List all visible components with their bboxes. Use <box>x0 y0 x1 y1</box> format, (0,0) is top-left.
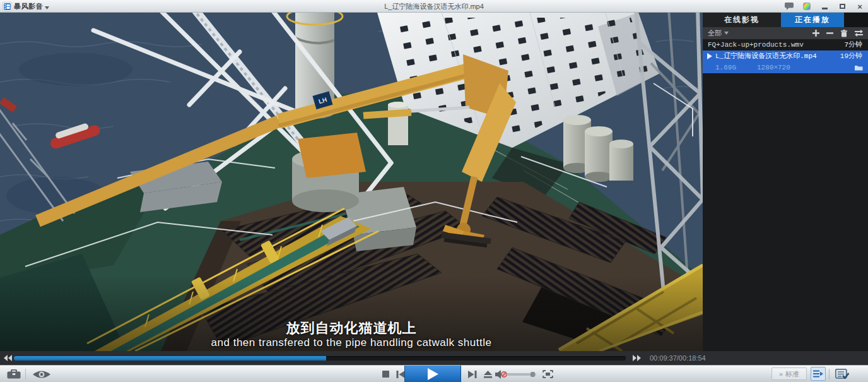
toolbox-button[interactable] <box>5 366 23 382</box>
volume-muted-icon <box>495 370 507 379</box>
add-file-icon[interactable] <box>812 30 819 37</box>
playlist-toggle-icon <box>813 370 823 378</box>
volume-slider[interactable] <box>507 373 536 376</box>
next-button[interactable] <box>466 366 479 382</box>
fast-forward-icon[interactable] <box>632 355 641 361</box>
play-button[interactable] <box>404 366 461 382</box>
quality-chevrons: » <box>779 370 783 378</box>
video-area[interactable]: LH <box>0 13 703 351</box>
playlist-item-2-details: 1.69G 1280×720 <box>703 62 868 73</box>
playlist-toolbar: 全部 <box>703 27 868 39</box>
tab-now-playing[interactable]: 正在播放 <box>781 13 844 27</box>
tab-online-video[interactable]: 在线影视 <box>703 13 781 27</box>
remove-file-icon[interactable] <box>826 30 833 37</box>
title-bar: 暴风影音 L_辽宁陆海设备汉语无水印.mp4 × <box>0 0 868 13</box>
subtitle-chinese: 放到自动化猫道机上 <box>0 319 703 338</box>
volume-handle[interactable] <box>531 372 535 377</box>
eye-guard-button[interactable] <box>30 366 53 382</box>
quality-label: 标准 <box>785 369 799 379</box>
maximize-button[interactable] <box>836 1 848 11</box>
eject-button[interactable] <box>481 366 495 382</box>
play-icon <box>428 368 438 380</box>
subtitle-english: and then transfered to the pipe handling… <box>0 337 703 349</box>
clear-list-icon[interactable] <box>840 30 848 37</box>
next-icon <box>468 371 477 378</box>
playlist-item-name: FQ+Jack-up+products.wmv <box>708 39 804 51</box>
minimize-button[interactable] <box>819 1 830 11</box>
playlist-item-duration: 19分钟 <box>840 51 862 62</box>
playlist-panel: 在线影视 正在播放 全部 FQ+Jack-up+products.wmv 7分钟… <box>703 13 868 351</box>
playlist-item-duration: 7分钟 <box>844 39 862 51</box>
playlist-item-1[interactable]: FQ+Jack-up+products.wmv 7分钟 <box>703 39 868 51</box>
player-window: 暴风影音 L_辽宁陆海设备汉语无水印.mp4 × <box>0 0 868 382</box>
window-title: L_辽宁陆海设备汉语无水印.mp4 <box>0 0 868 13</box>
toolbox-icon <box>7 369 21 379</box>
sort-sync-icon[interactable] <box>855 30 863 37</box>
video-frame: LH <box>0 13 703 351</box>
filter-label: 全部 <box>708 28 722 38</box>
chevron-down-icon <box>724 32 729 35</box>
media-library-icon <box>835 369 849 379</box>
eject-icon <box>484 371 492 378</box>
now-playing-icon <box>707 53 712 59</box>
file-resolution: 1280×720 <box>757 62 790 73</box>
stop-button[interactable] <box>378 366 392 382</box>
progress-fill <box>14 356 326 361</box>
rewind-icon[interactable] <box>4 355 13 361</box>
playlist-tabs: 在线影视 正在播放 <box>703 13 868 27</box>
seek-bar[interactable] <box>14 356 626 361</box>
time-display: 00:09:37/00:18:54 <box>650 351 706 365</box>
file-size: 1.69G <box>715 62 736 73</box>
seek-row: 00:09:37/00:18:54 <box>0 351 868 365</box>
control-bar: » 标准 <box>0 365 868 382</box>
open-folder-icon[interactable] <box>855 64 863 71</box>
filter-dropdown[interactable]: 全部 <box>708 28 729 38</box>
skin-icon[interactable] <box>801 1 812 11</box>
quality-mode-button[interactable]: » 标准 <box>771 367 807 380</box>
eye-icon <box>32 370 51 379</box>
playlist-toggle-button[interactable] <box>811 367 826 381</box>
fullscreen-button[interactable] <box>540 366 555 382</box>
stop-icon <box>382 371 389 378</box>
playlist-item-name: L_辽宁陆海设备汉语无水印.mp4 <box>715 51 817 62</box>
fullscreen-icon <box>542 370 553 378</box>
feedback-icon[interactable] <box>783 1 795 11</box>
playlist-item-2[interactable]: L_辽宁陆海设备汉语无水印.mp4 19分钟 <box>703 51 868 62</box>
media-library-button[interactable] <box>834 367 850 381</box>
mute-button[interactable] <box>495 366 507 382</box>
close-button[interactable]: × <box>854 1 865 11</box>
previous-icon <box>396 371 405 378</box>
